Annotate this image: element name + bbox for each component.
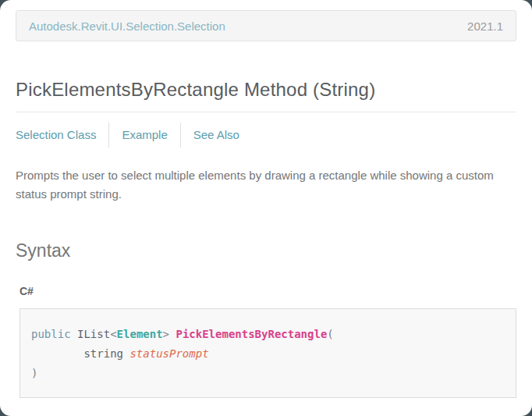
code-line: ) xyxy=(31,364,505,383)
nav-link-example[interactable]: Example xyxy=(122,122,167,148)
header-bar: Autodesk.Revit.UI.Selection.Selection 20… xyxy=(16,10,516,41)
title-divider xyxy=(16,112,516,112)
code-token-param-decl: string xyxy=(31,347,129,360)
code-line: string statusPrompt xyxy=(31,344,505,364)
code-token-angle-open: < xyxy=(110,328,116,340)
syntax-heading: Syntax xyxy=(16,240,516,261)
code-line: public IList<Element> PickElementsByRect… xyxy=(31,325,505,344)
code-block: public IList<Element> PickElementsByRect… xyxy=(20,308,516,398)
version-label: 2021.1 xyxy=(467,20,503,33)
doc-page: Autodesk.Revit.UI.Selection.Selection 20… xyxy=(0,0,532,416)
language-tab-csharp[interactable]: C# xyxy=(20,285,34,297)
nav-separator xyxy=(108,123,109,148)
nav-link-see-also[interactable]: See Also xyxy=(193,122,239,148)
code-token-paren-close: ) xyxy=(31,367,37,379)
description-text: Prompts the user to select multiple elem… xyxy=(16,166,512,204)
code-token-method-name: PickElementsByRectangle xyxy=(169,328,327,340)
code-token-angle-close: > xyxy=(163,328,169,340)
breadcrumb-link[interactable]: Autodesk.Revit.UI.Selection.Selection xyxy=(29,20,225,33)
code-token-keyword-public: public xyxy=(31,328,71,340)
code-token-paren-open: ( xyxy=(327,328,333,340)
nav-separator xyxy=(180,123,181,148)
method-nav: Selection Class Example See Also xyxy=(16,122,516,148)
code-token-type-element: Element xyxy=(117,328,163,340)
code-token-param-name: statusPrompt xyxy=(129,347,208,360)
page-title: PickElementsByRectangle Method (String) xyxy=(16,79,516,101)
nav-link-selection-class[interactable]: Selection Class xyxy=(16,122,96,148)
code-token-ident-ilist: IList xyxy=(71,328,111,340)
